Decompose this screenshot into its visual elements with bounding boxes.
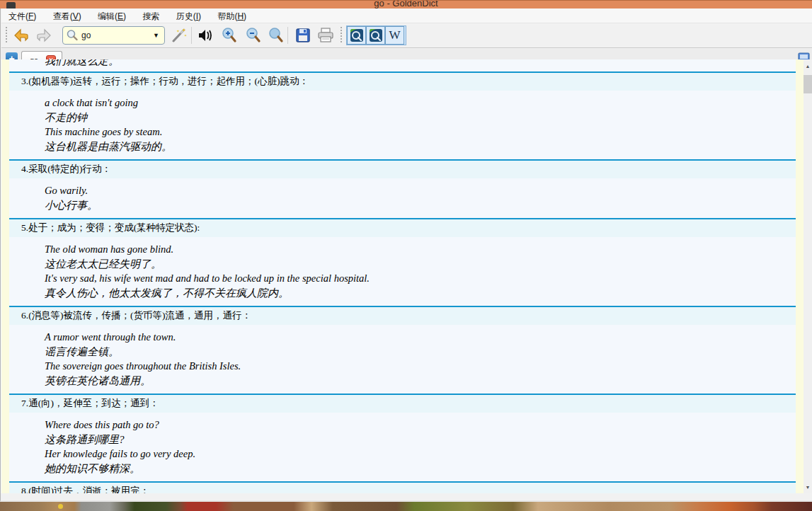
toolbar-grip[interactable] bbox=[5, 27, 8, 44]
example-english: The sovereign goes throughout the Britis… bbox=[45, 359, 790, 374]
save-icon bbox=[295, 28, 311, 43]
example-chinese: 这台机器是由蒸汽驱动的。 bbox=[45, 139, 790, 154]
definition-heading: 8.(时间)过去，消逝；被用完： bbox=[9, 481, 796, 493]
article-left-margin bbox=[1, 59, 9, 493]
dictionary-toggle-button[interactable] bbox=[347, 26, 366, 45]
zoom-in-icon bbox=[221, 27, 238, 44]
example-english: Go warily. bbox=[45, 183, 790, 198]
dictionary-bar-grip[interactable] bbox=[340, 27, 343, 44]
speaker-icon bbox=[197, 28, 214, 43]
examples-block: The old woman has gone blind. 这位老太太已经失明了… bbox=[9, 237, 796, 306]
window-title: go - GoldenDict bbox=[0, 0, 812, 8]
print-icon bbox=[316, 27, 335, 44]
menu-history[interactable]: 历史(I) bbox=[169, 8, 208, 23]
dictionary-article: 我们就这么定。 3.(如机器等)运转，运行；操作；行动，进行；起作用；(心脏)跳… bbox=[9, 59, 796, 493]
screen: go - GoldenDict 文件(F) 查看(V) 编辑(E) 搜索 历史(… bbox=[0, 0, 812, 511]
examples-block: A rumor went through the town. 谣言传遍全镇。 T… bbox=[9, 325, 796, 394]
zoom-reset-icon bbox=[268, 27, 285, 44]
examples-block: a clock that isn't going 不走的钟 This machi… bbox=[9, 91, 796, 159]
back-icon bbox=[13, 28, 29, 42]
example-english: Where does this path go to? bbox=[45, 418, 790, 432]
svg-text:✦: ✦ bbox=[176, 29, 180, 33]
menu-search[interactable]: 搜索 bbox=[135, 8, 166, 23]
zoom-reset-button[interactable] bbox=[266, 25, 286, 45]
wikipedia-icon: W bbox=[389, 28, 400, 42]
save-article-button[interactable] bbox=[293, 25, 313, 45]
example-chinese: 她的知识不够精深。 bbox=[45, 461, 790, 476]
definition-heading: 4.采取(特定的)行动： bbox=[9, 159, 796, 178]
zoom-out-icon bbox=[245, 27, 262, 44]
back-button[interactable] bbox=[11, 25, 31, 45]
example-english: The old woman has gone blind. bbox=[45, 242, 790, 257]
vertical-scrollbar[interactable]: ▲ ▼ bbox=[804, 59, 812, 493]
svg-text:✦: ✦ bbox=[182, 28, 186, 33]
toolbar-separator bbox=[287, 27, 288, 44]
example-chinese: 这条路通到哪里? bbox=[45, 432, 790, 447]
search-dropdown-arrow[interactable]: ▼ bbox=[153, 32, 159, 39]
menu-view[interactable]: 查看(V) bbox=[46, 8, 88, 23]
wikipedia-toggle-button[interactable]: W bbox=[385, 26, 404, 45]
svg-text:✦: ✦ bbox=[184, 33, 187, 38]
example-english: a clock that isn't going bbox=[45, 96, 790, 110]
example-chinese: 小心行事。 bbox=[45, 198, 790, 213]
forward-button[interactable] bbox=[34, 25, 54, 45]
definition-heading: 6.(消息等)被流传，传播；(货币等)流通，通用，通行： bbox=[9, 306, 796, 325]
search-icon bbox=[66, 29, 79, 42]
menu-bar: 文件(F) 查看(V) 编辑(E) 搜索 历史(I) 帮助(H) bbox=[1, 8, 812, 23]
sound-button[interactable] bbox=[195, 25, 215, 45]
example-english: It's very sad, his wife went mad and had… bbox=[45, 271, 790, 286]
search-input[interactable] bbox=[81, 28, 145, 42]
example-english: Her knowledge fails to go very deep. bbox=[45, 447, 790, 461]
example-chinese: 谣言传遍全镇。 bbox=[45, 345, 790, 360]
example-chinese: 不走的钟 bbox=[45, 110, 790, 125]
toolbar: ▼ ✦ ✦ ✦ bbox=[1, 23, 812, 48]
search-combobox[interactable]: ▼ bbox=[62, 26, 165, 45]
definition-heading: 7.通(向)，延伸至；到达；通到： bbox=[9, 394, 796, 413]
article-view[interactable]: 我们就这么定。 3.(如机器等)运转，运行；操作；行动，进行；起作用；(心脏)跳… bbox=[0, 59, 804, 493]
desktop-wallpaper bbox=[0, 502, 812, 511]
definition-heading: 3.(如机器等)运转，运行；操作；行动，进行；起作用；(心脏)跳动： bbox=[9, 71, 796, 91]
dictionary-bar: W bbox=[346, 25, 406, 45]
examples-block: Where does this path go to? 这条路通到哪里? Her… bbox=[9, 413, 796, 481]
scroll-down-icon[interactable]: ▼ bbox=[804, 482, 812, 492]
example-english: A rumor went through the town. bbox=[45, 330, 790, 345]
title-bar[interactable]: go - GoldenDict bbox=[0, 0, 812, 8]
pronounce-button[interactable]: ✦ ✦ ✦ bbox=[169, 25, 189, 45]
definition-heading: 5.处于；成为；变得；变成(某种特定状态): bbox=[9, 218, 796, 237]
zoom-out-button[interactable] bbox=[244, 25, 263, 45]
examples-block: Go warily. 小心行事。 bbox=[9, 178, 796, 218]
clipped-example-line: 我们就这么定。 bbox=[9, 59, 796, 71]
article-right-margin bbox=[796, 59, 804, 493]
menu-edit[interactable]: 编辑(E) bbox=[91, 8, 133, 23]
magic-wand-icon: ✦ ✦ ✦ bbox=[170, 27, 188, 44]
menu-help[interactable]: 帮助(H) bbox=[210, 8, 253, 23]
dictionary-icon bbox=[350, 28, 364, 42]
example-chinese: 真令人伤心，他太太发疯了，不得不关在疯人院内。 bbox=[45, 286, 790, 301]
example-chinese: 英镑在英伦诸岛通用。 bbox=[45, 374, 790, 389]
zoom-in-button[interactable] bbox=[219, 25, 239, 45]
toolbar-separator bbox=[191, 27, 192, 44]
dictionary-toggle-button[interactable] bbox=[366, 26, 385, 45]
print-button[interactable] bbox=[316, 25, 336, 45]
dictionary-icon bbox=[369, 28, 383, 42]
example-english: This machine goes by steam. bbox=[45, 125, 790, 139]
forward-icon bbox=[36, 28, 52, 42]
menu-file[interactable]: 文件(F) bbox=[1, 8, 43, 23]
wallpaper-detail bbox=[58, 504, 63, 509]
scrollbar-thumb[interactable] bbox=[804, 75, 812, 93]
example-chinese: 这位老太太已经失明了。 bbox=[45, 257, 790, 272]
scroll-up-icon[interactable]: ▲ bbox=[804, 61, 812, 71]
